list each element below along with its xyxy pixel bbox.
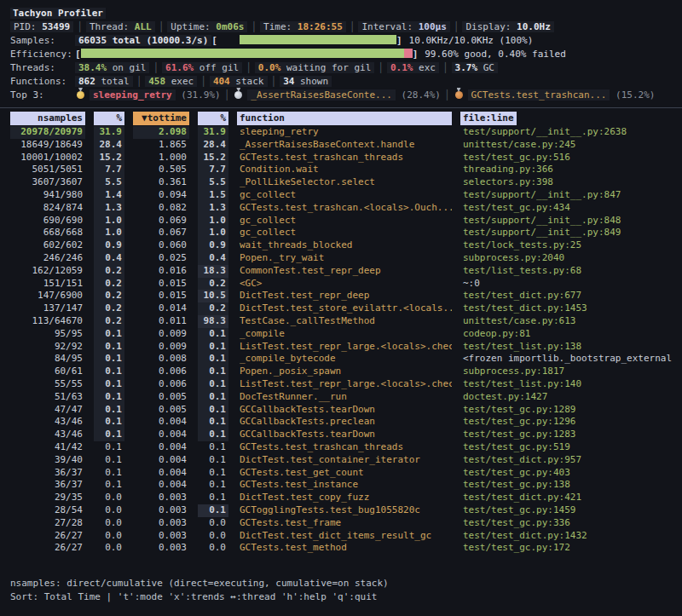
direct-pct-cell: 0.0 bbox=[94, 504, 124, 517]
function-cell: GCTogglingTests.test_bug1055820c bbox=[237, 504, 452, 517]
file-line-cell: subprocess.py:2040 bbox=[460, 252, 675, 265]
nsamples-cell: 113/64670 bbox=[10, 315, 85, 328]
table-row[interactable]: 36/370.10.0040.1GCTests.test_instancetes… bbox=[0, 479, 682, 492]
function-cell: Popen._posix_spawn bbox=[237, 366, 452, 378]
function-cell: DictTest.test_repr_deep bbox=[237, 290, 452, 302]
table-row[interactable]: 137/1470.20.0140.2DictTest.test_store_ev… bbox=[0, 302, 682, 315]
nsamples-cell: 43/46 bbox=[10, 429, 85, 441]
column-header-%[interactable]: % bbox=[94, 112, 124, 125]
file-line-cell: test/test_gc.py:434 bbox=[460, 202, 675, 215]
direct-pct-cell: 0.2 bbox=[94, 278, 124, 291]
direct-pct-cell: 0.0 bbox=[94, 530, 124, 543]
file-line-cell: test/support/__init__.py:847 bbox=[460, 189, 675, 202]
table-row[interactable]: 10001/1000215.21.00015.2GCTests.test_tra… bbox=[0, 152, 682, 164]
table-row[interactable]: 43/460.10.0040.1GCCallbackTests.preclean… bbox=[0, 416, 682, 429]
table-row[interactable]: 47/470.10.0050.1GCCallbackTests.tearDown… bbox=[0, 404, 682, 417]
direct-pct-cell: 1.0 bbox=[94, 227, 124, 239]
table-row[interactable]: 668/6681.00.0671.0gc_collecttest/support… bbox=[0, 227, 682, 239]
file-line-cell: threading.py:366 bbox=[460, 164, 675, 176]
top3-line: Top 3:sleeping_retry (31.9%)│_AssertRais… bbox=[0, 89, 682, 102]
table-row[interactable]: 147/69000.20.01510.5DictTest.test_repr_d… bbox=[0, 290, 682, 302]
nsamples-cell: 10001/10002 bbox=[10, 152, 85, 164]
table-row[interactable]: 162/120590.20.01618.3CommonTest.test_rep… bbox=[0, 265, 682, 278]
status-item-pid: PID: 53499 bbox=[10, 21, 73, 32]
separator-bar: │ bbox=[441, 89, 454, 101]
table-row[interactable]: 36/370.10.0040.1GCTests.test_get_countte… bbox=[0, 467, 682, 480]
column-header-function[interactable]: function bbox=[237, 112, 452, 125]
table-row[interactable]: 941/9801.40.0941.5gc_collecttest/support… bbox=[0, 189, 682, 202]
nsamples-cell: 824/874 bbox=[10, 202, 85, 215]
profiler-screen: Tachyon Profiler PID: 53499│Thread: ALL│… bbox=[0, 0, 682, 616]
top3-function-name: _AssertRaisesBaseConte... bbox=[247, 89, 396, 101]
samples-line: Samples:66035 total (10000.3/s)[]10.0KHz… bbox=[0, 34, 682, 48]
function-cell: DictTest.test_copy_fuzz bbox=[237, 492, 452, 504]
table-row[interactable]: 5051/50517.70.5057.7Condition.waitthread… bbox=[0, 164, 682, 176]
samples-gauge bbox=[240, 35, 396, 44]
table-row[interactable]: 51/630.10.0050.1DocTestRunner.__rundocte… bbox=[0, 391, 682, 404]
threads-item: 61.6% off gil bbox=[162, 62, 242, 73]
tottime-cell: 0.015 bbox=[133, 278, 189, 291]
table-row[interactable]: 27/280.00.0030.0GCTests.test_frametest/t… bbox=[0, 517, 682, 530]
file-line-cell: test/support/__init__.py:848 bbox=[460, 215, 675, 227]
table-row[interactable]: 246/2460.40.0250.4Popen._try_waitsubproc… bbox=[0, 252, 682, 265]
tottime-cell: 0.005 bbox=[133, 391, 189, 404]
nsamples-cell: 26/27 bbox=[10, 530, 85, 543]
table-row[interactable]: 55/550.10.0060.1ListTest.test_repr_large… bbox=[0, 378, 682, 391]
tottime-cell: 0.004 bbox=[133, 479, 189, 492]
direct-pct-cell: 0.1 bbox=[94, 378, 124, 391]
function-cell: gc_collect bbox=[237, 189, 452, 202]
table-row[interactable]: 39/400.10.0040.1DictTest.test_container_… bbox=[0, 454, 682, 467]
efficiency-label: Efficiency: bbox=[10, 48, 75, 61]
cumulative-pct-cell: 0.1 bbox=[198, 492, 228, 504]
direct-pct-cell: 0.0 bbox=[94, 517, 124, 530]
tottime-cell: 0.060 bbox=[133, 239, 189, 252]
table-row[interactable]: 84/950.10.0080.1_compile_bytecode<frozen… bbox=[0, 353, 682, 366]
table-row[interactable]: 3607/36075.50.3615.5_PollLikeSelector.se… bbox=[0, 176, 682, 189]
file-line-cell: test/test_gc.py:1289 bbox=[460, 404, 675, 417]
direct-pct-cell: 31.9 bbox=[94, 126, 124, 139]
tottime-cell: 0.003 bbox=[133, 504, 189, 517]
table-row[interactable]: 690/6901.00.0691.0gc_collecttest/support… bbox=[0, 215, 682, 227]
file-line-cell: test/support/__init__.py:849 bbox=[460, 227, 675, 239]
threads-item: 38.4% on gil bbox=[75, 62, 149, 73]
nsamples-cell: 690/690 bbox=[10, 215, 85, 227]
separator-bar: │ bbox=[155, 21, 168, 32]
cumulative-pct-cell: 0.0 bbox=[198, 542, 228, 555]
header-separator bbox=[0, 107, 682, 108]
nsamples-cell: 84/95 bbox=[10, 353, 85, 366]
table-row[interactable]: 602/6020.90.0600.9wait_threads_blockedte… bbox=[0, 239, 682, 252]
table-row[interactable]: 151/1510.20.0150.2<GC>~:0 bbox=[0, 278, 682, 291]
table-row[interactable]: 95/950.10.0090.1_compilecodeop.py:81 bbox=[0, 328, 682, 341]
table-row[interactable]: 43/460.10.0040.1GCCallbackTests.tearDown… bbox=[0, 429, 682, 441]
table-row[interactable]: 28/540.00.0030.1GCTogglingTests.test_bug… bbox=[0, 504, 682, 517]
file-line-cell: doctest.py:1427 bbox=[460, 391, 675, 404]
function-cell: ListTest.test_repr_large.<locals>.check bbox=[237, 341, 452, 354]
cumulative-pct-cell: 0.1 bbox=[198, 441, 228, 454]
footer-keybindings: Sort: Total Time | 't':mode 'x':trends ↔… bbox=[0, 590, 682, 604]
tottime-cell: 0.003 bbox=[133, 530, 189, 543]
direct-pct-cell: 0.2 bbox=[94, 302, 124, 315]
nsamples-cell: 246/246 bbox=[10, 252, 85, 265]
column-header-fileline[interactable]: file:line bbox=[460, 112, 517, 125]
table-row[interactable]: 824/8741.30.0821.3GCTests.test_trashcan.… bbox=[0, 202, 682, 215]
column-header-%[interactable]: % bbox=[198, 112, 228, 125]
table-row[interactable]: 92/920.10.0090.1ListTest.test_repr_large… bbox=[0, 341, 682, 354]
table-row[interactable]: 29/350.00.0030.1DictTest.test_copy_fuzzt… bbox=[0, 492, 682, 504]
function-cell: DictTest.test_dict_items_result_gc bbox=[237, 530, 452, 543]
tottime-cell: 0.004 bbox=[133, 429, 189, 441]
cumulative-pct-cell: 0.0 bbox=[198, 517, 228, 530]
column-header-nsamples[interactable]: nsamples bbox=[10, 112, 85, 125]
table-row[interactable]: 41/420.10.0040.1GCTests.test_trashcan_th… bbox=[0, 441, 682, 454]
table-row[interactable]: 26/270.00.0030.0DictTest.test_dict_items… bbox=[0, 530, 682, 543]
table-row[interactable]: 113/646700.20.01198.3TestCase._callTestM… bbox=[0, 315, 682, 328]
nsamples-cell: 18649/18649 bbox=[10, 139, 85, 152]
column-header-tottime[interactable]: ▼tottime bbox=[133, 112, 189, 125]
direct-pct-cell: 0.2 bbox=[94, 265, 124, 278]
functions-item: 404 stack bbox=[210, 76, 268, 87]
table-row[interactable]: 18649/1864928.41.86528.4_AssertRaisesBas… bbox=[0, 139, 682, 152]
file-line-cell: test/test_list.py:138 bbox=[460, 341, 675, 354]
table-row[interactable]: 60/610.10.0060.1Popen._posix_spawnsubpro… bbox=[0, 366, 682, 378]
cumulative-pct-cell: 0.1 bbox=[198, 404, 228, 417]
table-row[interactable]: 20978/2097931.92.09831.9sleeping_retryte… bbox=[0, 126, 682, 139]
table-row[interactable]: 26/270.00.0030.0GCTests.test_methodtest/… bbox=[0, 542, 682, 555]
